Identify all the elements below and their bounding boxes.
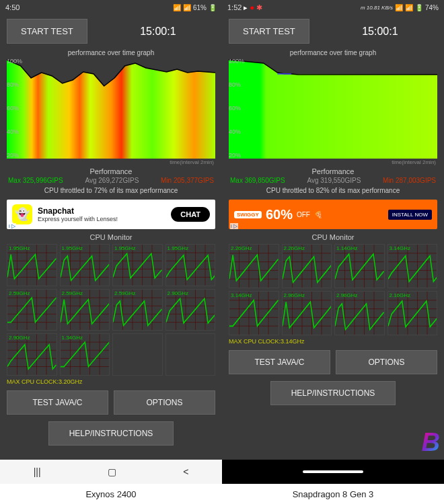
- perf-min: Min 287,003GIPS: [383, 177, 436, 184]
- nav-bar: ||| ▢ <: [0, 460, 222, 484]
- cpu-core: 2.59GHz: [60, 289, 110, 331]
- ad-banner[interactable]: SWIGGY 60% OFF 🍕 INSTALL NOW i ▷: [229, 200, 437, 229]
- options-button[interactable]: OPTIONS: [114, 390, 215, 415]
- throttle-text: CPU throttled to 72% of its max performa…: [0, 185, 222, 196]
- signal-icon: 📶: [183, 4, 191, 11]
- core-freq-label: 2.16GHz: [390, 292, 411, 298]
- test-javac-button[interactable]: TEST JAVA/C: [229, 350, 330, 374]
- performance-graph: 100% 80% 60% 40% 20%: [7, 58, 215, 159]
- ad-info-icon[interactable]: i ▷: [8, 223, 16, 229]
- status-bar: 4:50 📶 📶 61% 🔋: [0, 0, 222, 15]
- cpu-monitor-title: CPU Monitor: [0, 232, 222, 243]
- core-freq-label: 3.14GHz: [231, 292, 252, 298]
- start-test-button[interactable]: START TEST: [229, 19, 309, 44]
- notif-icon: ●: [250, 3, 255, 11]
- net-speed: m 10.81 KB/s: [361, 5, 393, 11]
- phone-left: 4:50 📶 📶 61% 🔋 START TEST 15:00:1 perfor…: [0, 0, 222, 484]
- perf-avg: Avg 319,550GIPS: [307, 177, 361, 184]
- performance-stats: Performance Max 369,850GIPS Avg 319,550G…: [222, 166, 444, 197]
- watermark-logo: B: [422, 428, 440, 457]
- ad-info-icon[interactable]: i ▷: [230, 223, 238, 229]
- notif-icon: ▸: [244, 3, 248, 11]
- snapchat-icon: 👻: [12, 204, 32, 224]
- max-cpu-clock: MAX CPU CLOCK:3.20GHz: [0, 377, 222, 386]
- cpu-core: 2.90GHz: [165, 289, 216, 331]
- cpu-core: 1.95GHz: [7, 244, 57, 286]
- button-row: TEST JAVA/C OPTIONS: [222, 346, 444, 378]
- core-freq-label: 2.59GHz: [62, 290, 83, 296]
- core-freq-label: 1.95GHz: [9, 245, 30, 251]
- cpu-core: 3.14GHz: [387, 244, 438, 288]
- cpu-core: 2.16GHz: [387, 291, 438, 335]
- timer-display: 15:00:1: [323, 26, 437, 38]
- ad-cta-button[interactable]: INSTALL NOW: [388, 210, 432, 220]
- wifi-icon: 📶: [173, 4, 181, 11]
- food-icon: 🍕: [314, 211, 322, 218]
- performance-header: Performance: [222, 167, 444, 175]
- caption-right: Snapdragon 8 Gen 3: [222, 484, 444, 504]
- cpu-core: 2.96GHz: [282, 291, 332, 335]
- throttle-text: CPU throttled to 82% of its max performa…: [222, 185, 444, 196]
- notif-icon: ✱: [256, 3, 262, 11]
- captions: Exynos 2400 Snapdragon 8 Gen 3: [0, 484, 444, 504]
- cpu-cores-grid: 2.26GHz 2.26GHz 1.14GHz 3.14GHz: [222, 243, 444, 337]
- button-row: TEST JAVA/C OPTIONS: [0, 386, 222, 419]
- ad-discount: 60%: [266, 207, 293, 222]
- test-javac-button[interactable]: TEST JAVA/C: [7, 390, 108, 415]
- core-freq-label: 2.59GHz: [114, 290, 136, 296]
- recents-icon[interactable]: |||: [34, 466, 41, 477]
- core-freq-label: 1.95GHz: [168, 245, 189, 251]
- cpu-core: 1.34GHz: [60, 333, 110, 376]
- cpu-core: 2.90GHz: [7, 333, 57, 376]
- core-freq-label: 1.95GHz: [62, 245, 83, 251]
- cpu-core: 1.95GHz: [60, 244, 110, 286]
- cpu-core: [165, 333, 216, 376]
- signal-icon: 📶: [405, 4, 413, 11]
- battery-pct: 74%: [425, 4, 439, 11]
- status-time: 4:50: [5, 3, 20, 11]
- help-instructions-button[interactable]: HELP/INSTRUCTIONS: [270, 381, 396, 405]
- back-icon[interactable]: <: [183, 466, 188, 477]
- core-freq-label: 2.26GHz: [284, 245, 305, 251]
- performance-graph: 100% 80% 60% 40% 20%: [229, 58, 437, 159]
- perf-max: Max 369,850GIPS: [230, 177, 285, 184]
- graph-title: performance over time graph: [222, 48, 444, 58]
- status-time: 1:52 ▸ ● ✱: [227, 3, 262, 12]
- start-test-button[interactable]: START TEST: [7, 19, 87, 44]
- core-freq-label: 2.96GHz: [284, 292, 305, 298]
- performance-header: Performance: [0, 167, 222, 175]
- perf-min: Min 205,377GIPS: [161, 177, 214, 184]
- status-icons: 📶 📶 61% 🔋: [173, 4, 217, 11]
- interval-label: time(interval 2min): [0, 159, 222, 166]
- home-icon[interactable]: ▢: [108, 466, 116, 477]
- ad-brand: SWIGGY: [234, 211, 262, 218]
- cpu-core: 1.95GHz: [165, 244, 216, 286]
- core-freq-label: 1.95GHz: [114, 245, 136, 251]
- nav-bar: [222, 460, 444, 484]
- status-bar: 1:52 ▸ ● ✱ m 10.81 KB/s 📶 📶 🔋 74%: [222, 0, 444, 15]
- help-instructions-button[interactable]: HELP/INSTRUCTIONS: [48, 421, 174, 446]
- perf-max: Max 325,996GIPS: [8, 177, 63, 184]
- cpu-core: 2.96GHz: [334, 291, 385, 335]
- options-button[interactable]: OPTIONS: [336, 350, 437, 374]
- interval-label: time(interval 2min): [222, 159, 444, 166]
- battery-icon: 🔋: [415, 4, 423, 11]
- core-freq-label: 1.14GHz: [336, 245, 358, 251]
- ad-banner[interactable]: 👻 Snapchat Express yourself with Lenses!…: [7, 200, 215, 229]
- battery-pct: 61%: [193, 4, 207, 11]
- ad-off-suffix: OFF: [297, 211, 310, 218]
- cpu-cores-grid: 1.95GHz 1.95GHz 1.95GHz 1.95GHz: [0, 243, 222, 377]
- gesture-bar[interactable]: [303, 470, 363, 473]
- timer-display: 15:00:1: [101, 26, 215, 38]
- cpu-core: 2.59GHz: [7, 289, 57, 331]
- core-freq-label: 2.90GHz: [168, 290, 189, 296]
- cpu-core: 2.26GHz: [229, 244, 279, 288]
- cpu-core: 2.59GHz: [112, 289, 163, 331]
- status-icons: m 10.81 KB/s 📶 📶 🔋 74%: [361, 4, 439, 11]
- max-cpu-clock: MAX CPU CLOCK:3.14GHz: [222, 337, 444, 346]
- y-axis-labels: 100% 80% 60% 40% 20%: [229, 58, 244, 159]
- ad-cta-button[interactable]: CHAT: [171, 207, 210, 222]
- caption-left: Exynos 2400: [0, 484, 222, 504]
- cpu-core: 1.95GHz: [112, 244, 163, 286]
- phone-right: 1:52 ▸ ● ✱ m 10.81 KB/s 📶 📶 🔋 74% START …: [222, 0, 444, 484]
